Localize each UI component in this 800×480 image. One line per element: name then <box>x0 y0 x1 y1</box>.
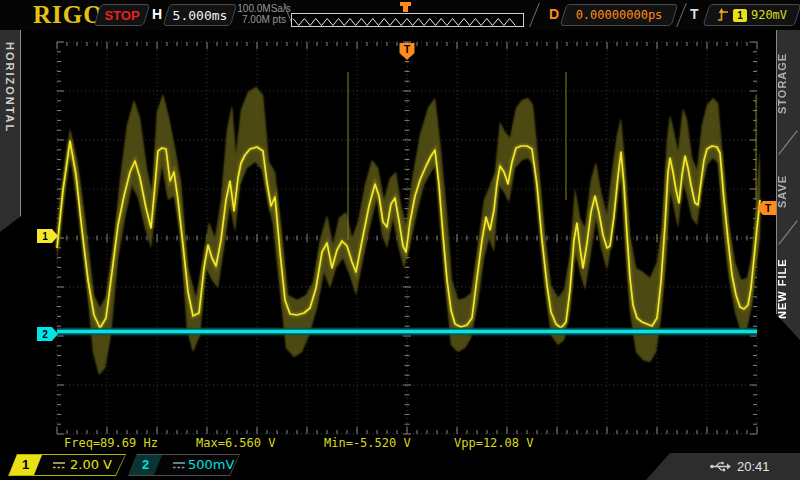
measurement-vpp: Vpp=12.08 V <box>454 436 533 450</box>
svg-text:T: T <box>765 203 771 214</box>
dc-coupling-icon <box>52 461 66 470</box>
svg-text:T: T <box>404 44 410 55</box>
channel2-scale: 500mV <box>188 457 234 472</box>
measurement-min: Min=-5.520 V <box>324 436 411 450</box>
channel1-scale: 2.00 V <box>70 457 112 472</box>
channel2-trace <box>57 328 757 336</box>
clock-time: 20:41 <box>737 459 770 474</box>
measurement-freq: Freq=89.69 Hz <box>64 436 158 450</box>
channel1-badge[interactable]: 1 2.00 V <box>8 454 126 476</box>
measurement-max: Max=6.560 V <box>196 436 275 450</box>
usb-icon <box>710 461 732 472</box>
waveform-display: 12TT <box>0 0 800 480</box>
oscilloscope-screen: RIGOL STOP H 5.000ms 100.0MSa/s 7.00M pt… <box>0 0 800 480</box>
svg-text:2: 2 <box>42 329 48 340</box>
dc-coupling-icon <box>172 461 186 470</box>
svg-text:1: 1 <box>42 231 48 242</box>
channel2-badge[interactable]: 2 500mV <box>128 454 240 476</box>
